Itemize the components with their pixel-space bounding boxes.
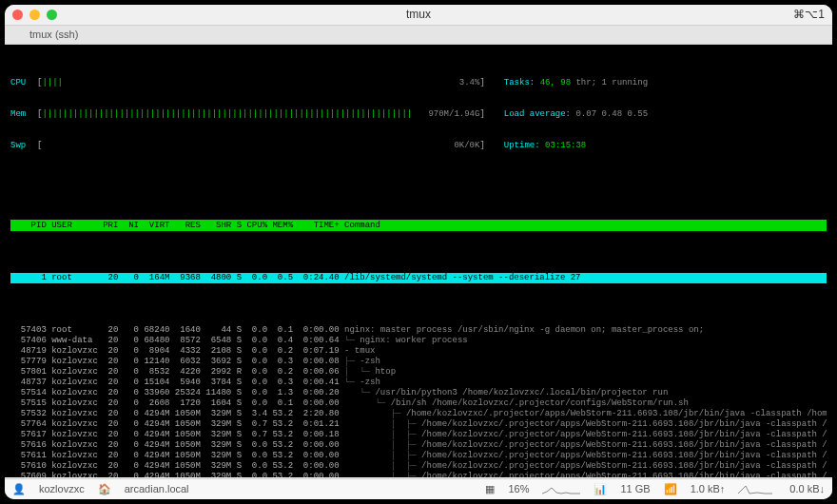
process-row[interactable]: 57616 kozlovzxc 20 0 4294M 1050M 329M S … — [10, 440, 827, 451]
mem-value: 970M/1.94G — [413, 109, 479, 120]
process-row[interactable]: 57779 kozlovzxc 20 0 12140 6032 3692 S 0… — [10, 357, 827, 367]
cpu-bar: |||| — [42, 78, 413, 88]
process-row[interactable]: 57403 root 20 0 68240 1640 44 S 0.0 0.1 … — [10, 325, 827, 336]
status-cpu: 16% — [508, 484, 529, 494]
status-net-up: 1.0 kB↑ — [691, 484, 726, 494]
process-header[interactable]: PID USER PRI NI VIRT RES SHR S CPU% MEM%… — [10, 220, 827, 231]
status-bar: 👤 kozlovzxc 🏠 arcadian.local ▦ 16% 📊 11 … — [5, 478, 832, 499]
titlebar[interactable]: tmux ⌘⌥1 — [5, 5, 832, 26]
host-icon: 🏠 — [98, 484, 111, 494]
cpu-value: 3.4% — [413, 78, 479, 88]
tasks-total: 46, — [540, 78, 555, 87]
terminal-window: tmux ⌘⌥1 tmux (ssh) CPU[||||3.4%] Tasks:… — [5, 5, 832, 499]
process-row[interactable]: 57406 www-data 20 0 68480 8572 6548 S 0.… — [10, 336, 827, 346]
tasks-suffix: thr; 1 running — [575, 78, 648, 87]
process-row[interactable]: 57610 kozlovzxc 20 0 4294M 1050M 329M S … — [10, 461, 827, 472]
user-icon: 👤 — [12, 484, 26, 494]
process-row[interactable]: 57617 kozlovzxc 20 0 4294M 1050M 329M S … — [10, 430, 827, 440]
window-shortcut: ⌘⌥1 — [793, 10, 825, 20]
process-row[interactable]: 57609 kozlovzxc 20 0 4294M 1050M 329M S … — [10, 472, 827, 477]
ram-icon: 📊 — [594, 484, 607, 494]
network-icon: 📶 — [664, 484, 677, 494]
process-row[interactable]: 57764 kozlovzxc 20 0 4294M 1050M 329M S … — [10, 419, 827, 430]
swp-bar — [42, 141, 413, 151]
tasks-label: Tasks: — [504, 78, 535, 87]
process-row[interactable]: 57532 kozlovzxc 20 0 4294M 1050M 329M S … — [10, 409, 827, 419]
swp-label: Swp — [10, 141, 37, 151]
status-ram: 11 GB — [620, 484, 650, 494]
process-row[interactable]: 57515 kozlovzxc 20 0 2608 1720 1604 S 0.… — [10, 398, 827, 409]
swp-meter: Swp[0K/0K] Uptime: 03:15:38 — [10, 141, 827, 151]
status-net-dn: 0.0 kB↓ — [789, 484, 825, 494]
window-title: tmux — [5, 10, 832, 20]
process-row[interactable]: 48737 kozlovzxc 20 0 15104 5940 3784 S 0… — [10, 378, 827, 388]
mem-label: Mem — [10, 109, 37, 120]
loadavg-label: Load average: — [504, 109, 571, 119]
tab-bar[interactable]: tmux (ssh) — [5, 26, 832, 45]
uptime-label: Uptime: — [504, 141, 540, 150]
process-row[interactable]: 57514 kozlovzxc 20 0 33960 25324 11480 S… — [10, 388, 827, 398]
terminal-content[interactable]: CPU[||||3.4%] Tasks: 46, 98 thr; 1 runni… — [5, 45, 832, 477]
process-row[interactable]: 48719 kozlovzxc 20 0 8904 4332 2108 S 0.… — [10, 346, 827, 357]
process-list[interactable]: 57403 root 20 0 68240 1640 44 S 0.0 0.1 … — [10, 325, 827, 477]
cpu-meter: CPU[||||3.4%] Tasks: 46, 98 thr; 1 runni… — [10, 78, 827, 88]
mem-bar: ||||||||||||||||||||||||||||||||||||||||… — [42, 109, 413, 120]
tab-active[interactable]: tmux (ssh) — [29, 29, 78, 40]
cpu-sparkline — [542, 484, 580, 495]
status-host: arcadian.local — [125, 484, 189, 494]
tasks-thr: 98 — [560, 78, 571, 87]
uptime: 03:15:38 — [545, 141, 586, 150]
process-row-selected[interactable]: 1 root 20 0 164M 9368 4800 S 0.0 0.5 0:2… — [10, 273, 827, 283]
process-row[interactable]: 57611 kozlovzxc 20 0 4294M 1050M 329M S … — [10, 451, 827, 461]
cpu-label: CPU — [10, 78, 37, 88]
swp-value: 0K/0K — [413, 141, 479, 151]
loadavg: 0.07 0.48 0.55 — [575, 109, 648, 119]
net-sparkline — [738, 484, 776, 495]
cpu-icon: ▦ — [485, 484, 495, 494]
process-row[interactable]: 57801 kozlovzxc 20 0 8532 4220 2992 R 0.… — [10, 367, 827, 378]
mem-meter: Mem[||||||||||||||||||||||||||||||||||||… — [10, 109, 827, 120]
status-user: kozlovzxc — [39, 484, 85, 494]
